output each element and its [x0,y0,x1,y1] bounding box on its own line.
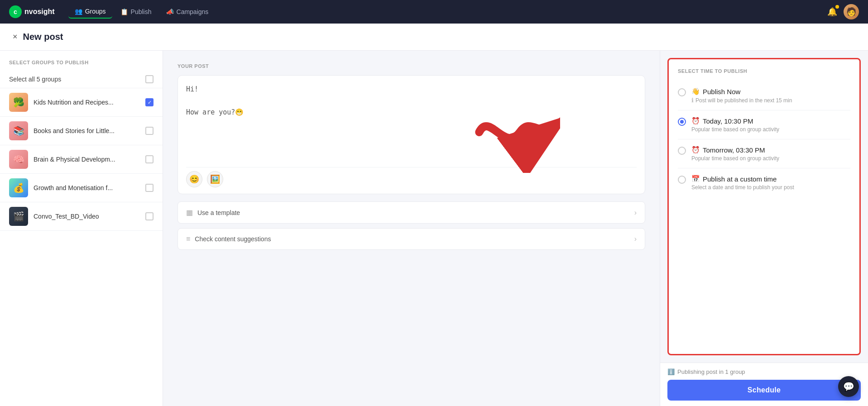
info-icon: ℹ️ [667,368,675,375]
nav-items: 👥 Groups 📋 Publish 📣 Campaigns [68,5,827,19]
bottom-bar: ℹ️ Publishing post in 1 group Schedule [660,363,868,406]
group-thumb: 💰 [9,178,28,197]
time-panel: SELECT TIME TO PUBLISH 👋 Publish Now ℹ P… [667,58,861,355]
group-name: Books and Stories for Little... [34,127,140,134]
post-toolbar: 😊 🖼️ [186,167,637,189]
custom-title: 📅 Publish at a custom time [691,175,850,183]
nav-item-publish[interactable]: 📋 Publish [114,5,158,19]
list-item[interactable]: 🧠 Brain & Physical Developm... [0,145,163,174]
suggestions-row[interactable]: ≡ Check content suggestions › [177,228,645,250]
right-panel: SELECT TIME TO PUBLISH 👋 Publish Now ℹ P… [660,51,868,406]
post-textarea-box: Hi! How are you?😁 😊 🖼️ [177,75,645,194]
today-title: ⏰ Today, 10:30 PM [691,117,850,125]
chat-icon: 💬 [843,381,854,392]
logo-icon: c [9,5,22,18]
template-label: Use a template [197,209,240,216]
list-item[interactable]: 🥦 Kids Nutrition and Recipes... ✓ [0,88,163,117]
select-all-label: Select all 5 groups [9,76,61,83]
time-panel-label: SELECT TIME TO PUBLISH [678,68,850,74]
group-checkbox[interactable] [145,127,153,135]
time-option-publish-now[interactable]: 👋 Publish Now ℹ Post will be published i… [678,81,850,110]
group-checkbox[interactable] [145,155,153,163]
suggestions-icon: ≡ [186,235,190,243]
calendar-icon: 📅 [691,175,700,183]
nav-publish-label: Publish [131,8,152,15]
chevron-right-icon: › [634,209,637,217]
content: SELECT GROUPS TO PUBLISH Select all 5 gr… [0,51,868,406]
emoji-button[interactable]: 😊 [186,171,202,187]
post-editor: YOUR POST Hi! How are you?😁 😊 🖼️ ▦ Use a… [163,51,660,406]
list-item[interactable]: 📚 Books and Stories for Little... [0,117,163,145]
list-item[interactable]: 💰 Growth and Monetisation f... [0,174,163,202]
group-checkbox[interactable] [145,212,153,220]
sidebar-section-label: SELECT GROUPS TO PUBLISH [0,60,163,71]
group-name: Kids Nutrition and Recipes... [34,99,140,106]
bell-badge [835,5,839,9]
group-name: Convo_Test_BD_Video [34,213,140,220]
chat-bubble[interactable]: 💬 [838,376,859,397]
page-header: × New post [0,24,868,51]
custom-subtitle: Select a date and time to publish your p… [691,184,850,191]
radio-custom[interactable] [678,176,686,184]
group-name: Growth and Monetisation f... [34,184,140,191]
radio-tomorrow[interactable] [678,147,686,155]
today-subtitle: Popular time based on group activity [691,126,850,133]
group-thumb: 🥦 [9,93,28,112]
post-textarea[interactable]: Hi! How are you?😁 [186,84,637,165]
info-icon: ℹ [691,97,694,104]
suggestions-label: Check content suggestions [195,235,271,243]
select-all-checkbox[interactable] [145,75,153,83]
logo[interactable]: c nvosight [9,5,55,18]
schedule-button[interactable]: Schedule [667,380,861,401]
nav-item-campaigns[interactable]: 📣 Campaigns [160,5,215,19]
nav-right: 🔔 🧑 [827,4,859,19]
publish-now-title: 👋 Publish Now [691,87,850,96]
chevron-right-icon: › [634,235,637,243]
logo-text: nvosight [24,8,55,16]
campaigns-icon: 📣 [166,8,174,15]
radio-publish-now[interactable] [678,88,686,96]
group-checkbox[interactable]: ✓ [145,98,153,106]
select-all-row[interactable]: Select all 5 groups [0,71,163,88]
group-name: Brain & Physical Developm... [34,156,140,163]
clock-icon: ⏰ [691,146,700,154]
group-checkbox[interactable] [145,184,153,192]
page: × New post SELECT GROUPS TO PUBLISH Sele… [0,24,868,406]
radio-today[interactable] [678,118,686,126]
sidebar: SELECT GROUPS TO PUBLISH Select all 5 gr… [0,51,163,406]
nav-item-groups[interactable]: 👥 Groups [68,5,112,19]
post-section-label: YOUR POST [177,63,645,69]
image-button[interactable]: 🖼️ [207,171,223,187]
template-row[interactable]: ▦ Use a template › [177,201,645,224]
navbar: c nvosight 👥 Groups 📋 Publish 📣 Campaign… [0,0,868,24]
list-item[interactable]: 🎬 Convo_Test_BD_Video [0,202,163,231]
groups-icon: 👥 [75,8,82,15]
nav-campaigns-label: Campaigns [177,8,209,15]
time-option-custom[interactable]: 📅 Publish at a custom time Select a date… [678,168,850,197]
nav-groups-label: Groups [85,8,106,15]
group-thumb: 🧠 [9,150,28,169]
template-icon: ▦ [186,208,193,217]
time-option-tomorrow[interactable]: ⏰ Tomorrow, 03:30 PM Popular time based … [678,139,850,168]
clock-icon: ⏰ [691,117,700,125]
publish-icon: 📋 [120,8,128,15]
bell-icon[interactable]: 🔔 [827,7,837,17]
tomorrow-subtitle: Popular time based on group activity [691,155,850,162]
time-option-today[interactable]: ⏰ Today, 10:30 PM Popular time based on … [678,110,850,139]
tomorrow-title: ⏰ Tomorrow, 03:30 PM [691,146,850,154]
close-button[interactable]: × [13,32,18,42]
group-thumb: 🎬 [9,207,28,226]
page-title: New post [23,32,63,42]
group-thumb: 📚 [9,121,28,140]
wave-icon: 👋 [691,87,700,96]
avatar[interactable]: 🧑 [844,4,859,19]
publish-now-subtitle: ℹ Post will be published in the next 15 … [691,97,850,104]
publishing-info: ℹ️ Publishing post in 1 group [667,368,861,375]
